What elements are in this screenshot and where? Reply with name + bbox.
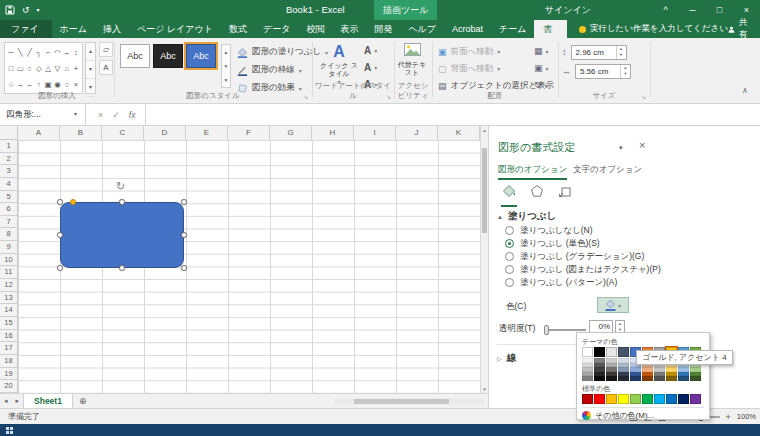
standard-color-swatch[interactable] <box>654 394 665 404</box>
row-header[interactable]: 20 <box>0 380 18 393</box>
insert-function-icon[interactable]: fx <box>129 110 136 120</box>
row-header[interactable]: 2 <box>0 153 18 166</box>
row-header[interactable]: 8 <box>0 228 18 241</box>
adjust-handle[interactable] <box>70 199 76 205</box>
shape-gallery-item[interactable]: ◠ <box>53 48 61 57</box>
ribbon-tab[interactable]: ホーム <box>52 20 95 38</box>
row-header[interactable]: 19 <box>0 368 18 381</box>
gallery-scroll-up-icon[interactable]: ▴ <box>86 43 95 61</box>
theme-color-swatch[interactable] <box>606 347 617 357</box>
scroll-down-icon[interactable]: ▾ <box>481 386 488 392</box>
column-header[interactable]: F <box>228 126 270 140</box>
ribbon-tab[interactable]: 挿入 <box>95 20 129 38</box>
transparency-slider-handle[interactable] <box>544 325 549 335</box>
row-header[interactable]: 10 <box>0 254 18 267</box>
transparency-slider[interactable] <box>546 329 586 331</box>
standard-color-swatch[interactable] <box>666 394 677 404</box>
ribbon-tab-file[interactable]: ファイル <box>0 20 52 38</box>
shape-style-preview[interactable]: Abc <box>186 44 216 68</box>
size-dialog-launcher[interactable]: ↘ <box>641 93 646 100</box>
row-header[interactable]: 15 <box>0 317 18 330</box>
theme-shade-swatch[interactable] <box>594 376 605 381</box>
theme-shade-swatch[interactable] <box>654 376 665 381</box>
vertical-scroll-thumb[interactable] <box>482 148 487 233</box>
theme-color-swatch[interactable] <box>594 347 605 357</box>
fill-line-icon[interactable] <box>501 184 517 207</box>
shape-gallery-item[interactable]: ↕ <box>72 48 80 57</box>
shape-gallery-item[interactable]: × <box>72 80 80 89</box>
column-header[interactable]: G <box>270 126 312 140</box>
fill-section-header[interactable]: ▲ 塗りつぶし <box>497 210 556 223</box>
size-properties-icon[interactable] <box>557 184 573 207</box>
theme-shade-swatch[interactable] <box>606 376 617 381</box>
wordart-dialog-launcher[interactable]: ↘ <box>386 93 391 100</box>
fill-option[interactable]: 塗りつぶし (パターン)(A) <box>505 276 655 289</box>
group-button[interactable]: ▣▾ <box>534 61 549 75</box>
theme-shade-swatch[interactable] <box>630 376 641 381</box>
ribbon-tab[interactable]: 表示 <box>332 20 366 38</box>
minimize-button[interactable]: ─ <box>679 0 706 20</box>
bring-forward-button[interactable]: ▣ 前面へ移動 ▾ <box>438 44 500 59</box>
selection-handle[interactable] <box>181 232 187 238</box>
theme-shade-swatch[interactable] <box>666 376 677 381</box>
fill-option[interactable]: 塗りつぶしなし(N) <box>505 224 655 237</box>
scroll-up-icon[interactable]: ▴ <box>481 127 488 133</box>
ribbon-tab[interactable]: 校閲 <box>298 20 332 38</box>
zoom-level[interactable]: 100% <box>737 412 756 421</box>
theme-shade-swatch[interactable] <box>618 376 629 381</box>
collapse-ribbon-button[interactable]: ∧ <box>742 86 748 95</box>
ribbon-tab[interactable]: ヘルプ <box>400 20 444 38</box>
shape-gallery-item[interactable]: ↑ <box>35 80 43 89</box>
theme-color-swatch[interactable] <box>618 347 629 357</box>
standard-color-swatch[interactable] <box>630 394 641 404</box>
selection-handle[interactable] <box>57 265 63 271</box>
rounded-rectangle-shape[interactable] <box>60 202 184 268</box>
shape-gallery-item[interactable]: ◉ <box>53 80 61 89</box>
column-header[interactable]: C <box>102 126 144 140</box>
height-spinner[interactable]: ▴ ▾ <box>616 46 626 59</box>
row-header[interactable]: 3 <box>0 165 18 178</box>
standard-color-swatch[interactable] <box>594 394 605 404</box>
shape-gallery-item[interactable]: ← <box>26 80 34 89</box>
row-header[interactable]: 4 <box>0 178 18 191</box>
shape-gallery-item[interactable]: ╱ <box>26 48 34 57</box>
sheet-nav-right-icon[interactable]: ▸ <box>12 394 24 408</box>
shape-gallery-item[interactable]: ⌂ <box>63 64 71 73</box>
theme-shade-swatch[interactable] <box>582 376 593 381</box>
standard-color-swatch[interactable] <box>678 394 689 404</box>
shape-gallery-item[interactable]: ○ <box>26 64 34 73</box>
row-header[interactable]: 18 <box>0 355 18 368</box>
row-header[interactable]: 9 <box>0 241 18 254</box>
ribbon-tab-format-active[interactable]: 書式 <box>534 20 566 38</box>
shape-gallery-item[interactable]: → <box>16 80 24 89</box>
ribbon-options-button[interactable]: ^ <box>652 0 679 20</box>
more-colors-item[interactable]: その他の色(M)... <box>582 410 704 421</box>
standard-color-swatch[interactable] <box>642 394 653 404</box>
shape-height-input[interactable]: 2.96 cm ▴ ▾ <box>571 45 627 60</box>
column-header[interactable]: D <box>144 126 186 140</box>
shape-gallery-item[interactable]: ◇ <box>35 64 43 73</box>
new-sheet-icon[interactable]: ⊕ <box>73 394 93 408</box>
name-box-dropdown-icon[interactable]: ▾ <box>74 104 77 125</box>
shape-gallery-item[interactable]: ⌐ <box>44 48 52 57</box>
undo-icon[interactable]: ↺ <box>22 3 30 17</box>
edit-shape-button[interactable]: ▱ <box>99 42 113 57</box>
horizontal-scroll-thumb[interactable] <box>354 399 449 404</box>
select-all-corner[interactable] <box>0 126 18 140</box>
qat-menu-icon[interactable]: ▾ <box>37 3 40 17</box>
fill-option[interactable]: 塗りつぶし (図またはテクスチャ)(P) <box>505 263 655 276</box>
text-box-button[interactable]: A <box>99 60 113 75</box>
shape-gallery-item[interactable]: + <box>72 64 80 73</box>
rotate-handle[interactable]: ↻ <box>116 180 125 193</box>
spin-down-icon[interactable]: ▾ <box>621 71 630 78</box>
row-header[interactable]: 13 <box>0 292 18 305</box>
column-header[interactable]: J <box>396 126 438 140</box>
style-scroll-up-icon[interactable]: ▴ <box>222 45 230 59</box>
column-header[interactable]: E <box>186 126 228 140</box>
selection-handle[interactable] <box>119 199 125 205</box>
spin-down-icon[interactable]: ▾ <box>617 52 626 59</box>
standard-color-swatch[interactable] <box>690 394 701 404</box>
column-header[interactable]: K <box>438 126 480 140</box>
ribbon-tab[interactable]: ページ レイアウト <box>129 20 221 38</box>
maximize-button[interactable]: □ <box>706 0 733 20</box>
